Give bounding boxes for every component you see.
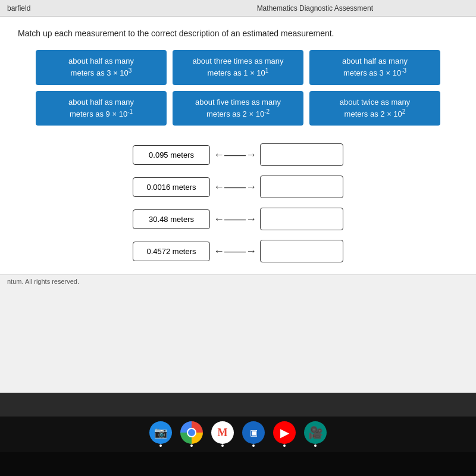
match-value-1: 0.095 meters (133, 145, 210, 165)
taskbar-drive-icon[interactable]: ▣ (242, 421, 265, 444)
screen: barfield Mathematics Diagnostic Assessme… (0, 0, 476, 393)
instructions-text: Match up each measurement to the correct… (18, 29, 458, 38)
footer-bar: ntum. All rights reserved. (0, 274, 476, 287)
options-grid: about half as manymeters as 3 × 103 abou… (36, 50, 440, 126)
bottom-black (0, 452, 476, 476)
match-row-2: 0.0016 meters ←——→ (133, 176, 343, 198)
match-arrow-2: ←——→ (210, 181, 260, 193)
match-value-2: 0.0016 meters (133, 177, 210, 197)
taskbar-camera-icon[interactable]: 📷 (149, 421, 172, 444)
match-answer-1[interactable] (260, 143, 343, 166)
camera-icon: 📷 (154, 426, 167, 439)
footer-text: ntum. All rights reserved. (7, 278, 79, 285)
option-btn-4[interactable]: about half as manymeters as 9 × 10-1 (36, 91, 167, 126)
match-arrow-3: ←——→ (210, 213, 260, 226)
top-bar-center: Mathematics Diagnostic Assessment (161, 4, 469, 12)
match-answer-2[interactable] (260, 176, 343, 198)
option-btn-2[interactable]: about three times as manymeters as 1 × 1… (173, 50, 303, 85)
taskbar-meet-icon[interactable]: 🎥 (304, 421, 327, 444)
match-arrow-1: ←——→ (210, 149, 260, 161)
option-btn-3[interactable]: about half as manymeters as 3 × 10-3 (309, 50, 440, 85)
match-row-1: 0.095 meters ←——→ (133, 143, 343, 166)
match-answer-4[interactable] (260, 240, 343, 262)
meet-icon: 🎥 (308, 425, 323, 440)
match-answer-3[interactable] (260, 208, 343, 230)
match-arrow-4: ←——→ (210, 245, 260, 258)
taskbar-youtube-icon[interactable]: ▶ (273, 421, 296, 444)
option-btn-5[interactable]: about five times as manymeters as 2 × 10… (173, 91, 303, 126)
taskbar-gmail-icon[interactable]: M (211, 421, 234, 444)
top-bar: barfield Mathematics Diagnostic Assessme… (0, 0, 476, 17)
option-btn-6[interactable]: about twice as manymeters as 2 × 102 (309, 91, 440, 126)
matching-area: 0.095 meters ←——→ 0.0016 meters ←——→ 30.… (18, 143, 458, 262)
match-row-3: 30.48 meters ←——→ (133, 208, 343, 230)
match-row-4: 0.4572 meters ←——→ (133, 240, 343, 262)
gmail-icon: M (218, 427, 228, 439)
content-area: Match up each measurement to the correct… (0, 17, 476, 274)
top-bar-left: barfield (7, 4, 161, 12)
match-value-3: 30.48 meters (133, 209, 210, 229)
taskbar-chrome-icon[interactable] (180, 421, 203, 444)
taskbar: 📷 M ▣ ▶ 🎥 (0, 416, 476, 452)
dark-strip (0, 393, 476, 416)
youtube-icon: ▶ (280, 425, 289, 440)
chrome-center (187, 428, 196, 437)
option-btn-1[interactable]: about half as manymeters as 3 × 103 (36, 50, 167, 85)
match-value-4: 0.4572 meters (133, 242, 210, 261)
drive-icon: ▣ (250, 428, 258, 437)
